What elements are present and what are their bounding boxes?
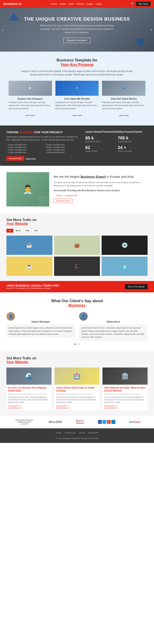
nav-pricing[interactable]: Pricing [77, 2, 84, 5]
stat-downloads-num: 765 k [118, 136, 148, 140]
facebook-icon[interactable]: f [98, 420, 102, 424]
card-core-desc: Phasellus lorem uctus at elit aget, conv… [55, 101, 99, 110]
expert-image-container: 👨‍💼 [6, 172, 49, 206]
filter-brand[interactable]: Brand [13, 229, 23, 232]
blog-content-3: After Setbacks and Suits, Miami to Open … [102, 385, 148, 410]
traffic-section-1: Get More Trafic on Your Website All Bran… [0, 213, 154, 281]
business-template-section: Business Template for Your Any Purpose I… [0, 52, 154, 126]
read-more-3[interactable]: Read More [104, 406, 117, 409]
traffic-heading-1: Get More Trafic on Your Website [6, 218, 148, 226]
testimonial-box-2: Lorem ipsum dolor sit amet, consectetur … [79, 324, 148, 341]
footer-link-partners[interactable]: PARTNERS [88, 432, 98, 434]
hero-triangle-br [135, 39, 146, 47]
card-client-image: 👥 [102, 81, 146, 96]
nav-about[interactable]: About [60, 2, 66, 5]
liked-text: LIKED BUSINESS JOOMLA TEMPLATE? Home To … [6, 284, 59, 289]
filter-web[interactable]: Web [23, 229, 32, 232]
card-client: 👥 View Our Client Stories Phasellus lore… [102, 81, 146, 116]
footer-link-blog[interactable]: BLOG [79, 432, 85, 434]
free-quote-button[interactable]: Get a Free Quote [125, 284, 148, 289]
footer-logos: LIGHTHOUSE SERVICESCOMMUNICATIONS ALLIAN… [0, 416, 154, 428]
footer-logo-1: LIGHTHOUSE SERVICESCOMMUNICATIONS ALLIAN… [13, 419, 35, 425]
expert-heading: We are the largest Business Expert in Eu… [53, 174, 148, 179]
nav-login[interactable]: Login [96, 2, 102, 5]
nav-pages[interactable]: Pages [87, 2, 93, 5]
blog-content-1: As Arctic Ice Vanishes, New Shipping Rou… [6, 385, 52, 410]
blog-meta-2: Written by admin on August 09, 2021 Post… [56, 393, 98, 395]
testimonial-1: 👤 Andrew McGregor Eveniet laborum duis r… [6, 312, 75, 341]
hero-subtitle: We transform the way in which working ca… [38, 24, 116, 34]
gallery-item-3[interactable]: 💿 [102, 236, 148, 255]
gallery-item-1[interactable]: ☕ [6, 236, 52, 255]
footer-link-home[interactable]: HOME [56, 432, 61, 434]
list-item: Donec convallis enim [6, 144, 43, 146]
expert-text: We are the largest Business Expert in Eu… [53, 172, 148, 206]
liked-subtext: Home To The Ultimate Life Of Minimalism … [6, 287, 59, 289]
twitter-icon[interactable]: t [102, 420, 106, 424]
liked-section: LIKED BUSINESS JOOMLA TEMPLATE? Home To … [0, 281, 154, 292]
testimonial-text-2: Lorem ipsum dolor sit amet, consectetur … [81, 326, 146, 339]
testimonials-row: 👤 Andrew McGregor Eveniet laborum duis r… [6, 312, 148, 341]
gallery-item-5[interactable]: 🎩 [54, 256, 100, 276]
stat-downloads-label: App Downloads [118, 140, 148, 143]
card-client-link[interactable]: Learn more [102, 114, 146, 116]
stats-heading: Largest Demand Partnership Building Fina… [85, 131, 148, 133]
blog-card-2: 🏥 Jimmy Kimmel Sheds Light on Health Cov… [55, 368, 100, 410]
choose-left: CHOOSE BUSINESS FOR YOUR PROJECT Sed fau… [6, 131, 81, 161]
read-more-2[interactable]: Read More [56, 406, 69, 409]
dot-2[interactable] [76, 344, 78, 345]
card-core-title: Core Value We Provide [55, 98, 99, 100]
hero-section: ‹ THE UNIQUE CREATIVE DESIGN BUSINESS We… [0, 8, 154, 52]
stat-awards: 24 + Awards Winning [118, 145, 148, 152]
choose-section: CHOOSE BUSINESS FOR YOUR PROJECT Sed fau… [0, 126, 154, 166]
hero-next-arrow[interactable]: › [151, 28, 152, 32]
linkedin-icon[interactable]: in [111, 420, 115, 424]
hero-content: THE UNIQUE CREATIVE DESIGN BUSINESS We t… [24, 16, 130, 43]
stat-awards-num: 24 + [118, 145, 148, 150]
stat-clients-label: Happy Clients [85, 150, 115, 152]
nav-team[interactable]: Team [68, 2, 74, 5]
consultation-button[interactable]: Request consultation [63, 38, 90, 43]
dot-1[interactable] [74, 344, 76, 345]
expert-from: → Robert — Corporate Site [53, 194, 148, 197]
hero-title: THE UNIQUE CREATIVE DESIGN BUSINESS [24, 16, 130, 22]
testimonial-name-2: Robert Brost [79, 320, 148, 323]
blog-image-3: 🏛️ [102, 368, 148, 385]
card-explore-image: 📊 [8, 81, 52, 96]
card-explore-link[interactable]: Learn more [8, 114, 52, 116]
blog-section: Get More Trafic on Your Website 🌊 As Arc… [0, 351, 154, 416]
navbar: BUSINESS 25 Home About Team Pricing Page… [0, 0, 154, 8]
googleplus-icon[interactable]: g+ [107, 420, 111, 424]
learn-button[interactable]: Learn more [26, 156, 36, 161]
template-body: Integer ac dolor sit amet nisl porta ege… [19, 70, 135, 76]
gallery-item-2[interactable]: 👜 [54, 236, 100, 255]
template-subheading: Your Any Purpose [60, 62, 93, 67]
search-icon[interactable]: 🔍 [131, 2, 134, 6]
stat-partners: 85 k Business Partners [85, 136, 115, 143]
gallery-item-6[interactable]: 🧴 [102, 256, 148, 276]
list-item: Donec convallis enim [6, 149, 43, 151]
gallery-item-4[interactable]: ☕ [6, 256, 52, 276]
list-item: Donec convallis enim [45, 146, 81, 149]
expert-body: The teams serve all major sectors of the… [53, 181, 148, 187]
choose-right: Largest Demand Partnership Building Fina… [85, 131, 148, 161]
list-item: Donec convallis enim [45, 149, 81, 151]
nav-home[interactable]: Home [51, 2, 57, 5]
dot-3[interactable] [78, 344, 80, 345]
filter-tabs: All Brand Web Print [6, 229, 148, 232]
hero-prev-arrow[interactable]: ‹ [2, 28, 3, 32]
buy-now-button[interactable]: Buy Now [136, 2, 151, 6]
template-heading: Business Template for Your Any Purpose [8, 58, 146, 67]
expert-site-link[interactable]: → Robert — Corporate Site [53, 194, 77, 196]
card-core-link[interactable]: Learn more [55, 114, 99, 116]
filter-print[interactable]: Print [32, 229, 40, 232]
read-more-1[interactable]: Read More [8, 406, 20, 409]
blog-header: Get More Trafic on Your Website [6, 356, 148, 364]
purchase-button[interactable]: Purchase Now [6, 156, 24, 161]
read-team-button[interactable]: Read Our Team [53, 199, 73, 203]
filter-all[interactable]: All [6, 229, 13, 232]
nav-right: 🔍 Buy Now [131, 2, 151, 6]
blog-image-2: 🏥 [55, 368, 100, 385]
traffic-header-1: Get More Trafic on Your Website [6, 218, 148, 226]
footer-link-portfolio[interactable]: PORTFOLIO [65, 432, 76, 434]
